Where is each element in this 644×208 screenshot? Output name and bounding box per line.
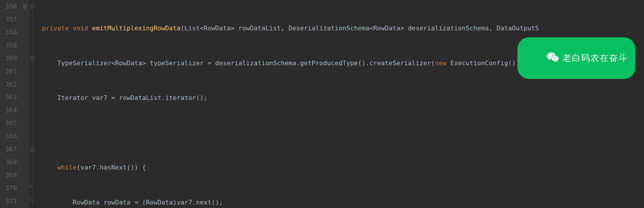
- line-number[interactable]: 360: [0, 52, 17, 65]
- line-number[interactable]: 367: [0, 143, 17, 156]
- code-editor[interactable]: 356 357 358 359 360 361 362 363 364 365 …: [0, 0, 644, 208]
- fold-toggle-icon[interactable]: [31, 57, 34, 60]
- line-number[interactable]: 357: [0, 13, 17, 26]
- keyword: new: [435, 59, 446, 67]
- code-line[interactable]: private void emitMultiplexingRowData(Lis…: [36, 22, 644, 35]
- line-number[interactable]: 364: [0, 104, 17, 117]
- vcs-change-marker: @: [20, 0, 29, 13]
- line-number[interactable]: 365: [0, 117, 17, 130]
- code-line[interactable]: Iterator var7 = rowDataList.iterator();: [36, 91, 644, 105]
- wechat-icon: [522, 40, 560, 76]
- fold-close-icon: [31, 200, 34, 200]
- line-number[interactable]: 369: [0, 169, 17, 182]
- watermark-text: 老白码农在奋斗: [563, 52, 628, 64]
- line-number[interactable]: 366: [0, 130, 17, 143]
- line-number[interactable]: 359: [0, 39, 17, 52]
- code-line[interactable]: [36, 126, 644, 140]
- line-number[interactable]: 371: [0, 195, 17, 208]
- keyword: void: [73, 24, 88, 32]
- line-number[interactable]: 363: [0, 91, 17, 104]
- line-number[interactable]: 361: [0, 65, 17, 78]
- keyword: while: [57, 164, 77, 171]
- line-number[interactable]: 368: [0, 156, 17, 169]
- line-number[interactable]: 356: [0, 0, 17, 13]
- fold-close-icon: [31, 187, 34, 187]
- watermark-badge: 老白码农在奋斗: [517, 37, 635, 79]
- code-line[interactable]: RowData rowData = (RowData)var7.next();: [36, 196, 644, 208]
- keyword: private: [42, 24, 69, 32]
- line-number-gutter[interactable]: 356 357 358 359 360 361 362 363 364 365 …: [0, 0, 20, 208]
- line-number[interactable]: 358: [0, 26, 17, 39]
- code-area[interactable]: private void emitMultiplexingRowData(Lis…: [36, 0, 644, 208]
- fold-toggle-icon[interactable]: [31, 148, 34, 151]
- code-line[interactable]: while(var7.hasNext()) {: [36, 161, 644, 174]
- annotation-gutter: @: [20, 0, 29, 208]
- line-number[interactable]: 370: [0, 182, 17, 195]
- line-number[interactable]: 362: [0, 78, 17, 91]
- fold-toggle-icon[interactable]: [31, 5, 34, 8]
- fold-gutter[interactable]: [29, 0, 36, 208]
- method-declaration: emitMultiplexingRowData: [92, 24, 181, 32]
